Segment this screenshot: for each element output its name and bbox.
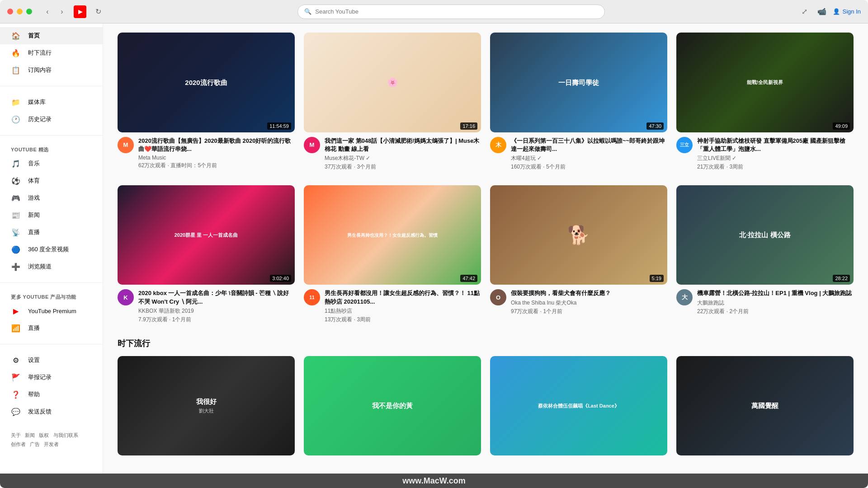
sidebar-item-360[interactable]: 🔵 360 度全景视频 [0, 241, 103, 258]
sidebar-item-subscriptions[interactable]: 📋 订阅内容 [0, 61, 103, 79]
video-info-v2: 我們這一家 第048話【小清減肥術/媽媽太鴿張了】| Muse木棉花 動畫 線上… [325, 137, 481, 171]
maximize-button[interactable] [26, 9, 32, 14]
settings-icon: ⚙ [11, 355, 21, 365]
video-card-v3[interactable]: 一日壽司學徒 47:30 木 《一日系列第一百三十八集》以拉蝦以嗎誰~~郎哥終於… [490, 33, 667, 171]
video-card-v5[interactable]: 2020群星 里 一人一首成名曲 3:02:40 K 2020 kbox 一人一… [118, 185, 295, 324]
youtube-favicon: ▶ [74, 5, 86, 18]
close-button[interactable] [7, 9, 13, 14]
video-title-v5: 2020 kbox 一人一首成名曲：少年 \音關詩韻 - 芒種 ∖ 說好不哭 W… [138, 289, 295, 305]
video-card-v2[interactable]: 🌸 17:16 M 我們這一家 第048話【小清減肥術/媽媽太鴿張了】| Mus… [304, 33, 481, 171]
trending-icon: 🔥 [11, 48, 21, 58]
video-title-v1: 2020流行歌曲【無廣告】2020最新歌曲 2020好听的流行歌曲❤️華語流行串… [138, 137, 295, 153]
video-grid-row1: 2020流行歌曲 11:54:59 M 2020流行歌曲【無廣告】2020最新歌… [118, 33, 854, 171]
video-card-v8[interactable]: 北·拉拉山 橫公路 28:22 大 機車露營！北橫公路-拉拉山！EP1 | 重機… [676, 185, 854, 324]
sidebar-main-section: 🏠 首页 🔥 时下流行 📋 订阅内容 [0, 23, 103, 82]
channel-v3: 木曜4超玩 ✓ [511, 155, 667, 162]
video-card-v10[interactable]: 我不是你的黃 [304, 356, 481, 460]
thumb-title-v7: 🐕 [567, 223, 590, 247]
sidebar-item-home[interactable]: 🏠 首页 [0, 27, 103, 44]
video-title-v3: 《一日系列第一百三十八集》以拉蝦以嗎誰~~郎哥終於跟坤達一起來做壽司... [511, 137, 667, 153]
video-info-v1: 2020流行歌曲【無廣告】2020最新歌曲 2020好听的流行歌曲❤️華語流行串… [138, 137, 295, 169]
divider-4 [0, 344, 103, 344]
video-meta-v6: 11 男生長再好看都沒用！讓女生超反感的行為、習慣？！ 11點熱吵店 20201… [304, 289, 481, 323]
sidebar-item-live2[interactable]: 📶 直播 [0, 319, 103, 337]
avatar-v8: 大 [676, 289, 693, 305]
avatar-v7: O [490, 289, 506, 305]
video-info-v7: 假裝要摸狗狗，看柴犬會有什麼反應？ Oka the Shiba Inu 柴犬Ok… [511, 289, 667, 315]
sidebar-item-settings[interactable]: ⚙ 设置 [0, 352, 103, 369]
subscriptions-icon: 📋 [11, 65, 21, 75]
avatar-v4: 三立 [676, 137, 693, 153]
video-card-v7[interactable]: 🐕 5:19 O 假裝要摸狗狗，看柴犬會有什麼反應？ Oka the Shiba… [490, 185, 667, 324]
divider-1 [0, 86, 103, 86]
sidebar-item-history[interactable]: 🕐 历史记录 [0, 111, 103, 128]
thumbnail-v4: 能戰!全民新視界 49:09 [676, 33, 854, 132]
traffic-lights [7, 9, 32, 14]
video-card-v4[interactable]: 能戰!全民新視界 49:09 三立 神射手協助新式槍枝研發 直擊軍備局205廠 … [676, 33, 854, 171]
video-card-v6[interactable]: 男生長再帅也沒用？！女生超反感行為。習慣 47:42 11 男生長再好看都沒用！… [304, 185, 481, 324]
footer-links: 关于 新闻 版权 与我们联系 创作者 广告 开发者 [0, 424, 103, 456]
avatar-v1: M [118, 137, 134, 153]
sidebar-more-section: 更多 YOUTUBE 产品与功能 ▶ YouTube Premium 📶 直播 [0, 286, 103, 340]
sidebar-item-trending[interactable]: 🔥 时下流行 [0, 44, 103, 61]
duration-v4: 49:09 [833, 122, 850, 130]
divider-2 [0, 135, 103, 136]
video-info-v8: 機車露營！北橫公路-拉拉山！EP1 | 重機 Vlog | 大鵬旅跑誌 大鵬旅跑… [697, 289, 854, 315]
sidebar-item-feedback[interactable]: 💬 发送反馈 [0, 403, 103, 420]
home-icon: 🏠 [11, 31, 21, 41]
channel-v7: Oka the Shiba Inu 柴犬Oka [511, 299, 667, 307]
sidebar-item-live[interactable]: 📡 直播 [0, 224, 103, 241]
thumb-title-v5: 2020群星 里 一人一首成名曲 [175, 232, 238, 238]
channel-v2: Muse木棉花-TW ✓ [325, 155, 481, 162]
browse-icon: ➕ [11, 262, 21, 272]
back-button[interactable]: ‹ [41, 5, 54, 18]
fullscreen-icon[interactable]: ⤢ [798, 5, 811, 18]
video-card-v11[interactable]: 蔡依林合體伍佰飆唱《Last Dance》 [490, 356, 667, 460]
address-bar-wrap: 🔍 [110, 5, 793, 19]
sidebar-item-gaming[interactable]: 🎮 游戏 [0, 189, 103, 206]
thumb-title-v3: 一日壽司學徒 [558, 78, 599, 87]
video-meta-v8: 大 機車露營！北橫公路-拉拉山！EP1 | 重機 Vlog | 大鵬旅跑誌 大鵬… [676, 289, 854, 315]
news-icon: 📰 [11, 210, 21, 220]
sidebar-item-sports[interactable]: ⚽ 体育 [0, 172, 103, 189]
video-card-v12[interactable]: 萬國覺醒 [676, 356, 854, 460]
video-card-v1[interactable]: 2020流行歌曲 11:54:59 M 2020流行歌曲【無廣告】2020最新歌… [118, 33, 295, 171]
browser-window: ‹ › ▶ ↻ 🔍 ⤢ 📹 👤 Sign In 🏠 首页 [0, 0, 868, 488]
sidebar-item-report[interactable]: 🚩 举报记录 [0, 369, 103, 386]
sidebar-item-help[interactable]: ❓ 帮助 [0, 386, 103, 403]
feedback-icon: 💬 [11, 407, 21, 417]
thumb-title-v1: 2020流行歌曲 [185, 78, 227, 87]
video-card-v9[interactable]: 我很好 劉大壯 [118, 356, 295, 460]
reload-button[interactable]: ↻ [92, 5, 104, 18]
thumb-title-v4: 能戰!全民新視界 [747, 79, 783, 85]
sign-in-button[interactable]: 👤 Sign In [833, 8, 861, 15]
video-meta-v7: O 假裝要摸狗狗，看柴犬會有什麼反應？ Oka the Shiba Inu 柴犬… [490, 289, 667, 315]
video-icon[interactable]: 📹 [816, 5, 828, 18]
duration-v1: 11:54:59 [267, 122, 291, 130]
channel-v8: 大鵬旅跑誌 [697, 299, 854, 307]
video-title-v8: 機車露營！北橫公路-拉拉山！EP1 | 重機 Vlog | 大鵬旅跑誌 [697, 289, 854, 297]
minimize-button[interactable] [17, 9, 23, 14]
search-icon: 🔍 [304, 8, 311, 15]
duration-v8: 28:22 [833, 275, 850, 282]
forward-button[interactable]: › [56, 5, 68, 18]
help-icon: ❓ [11, 389, 21, 399]
duration-v6: 47:42 [460, 275, 477, 282]
views-v1: 62万次观看 · 直播时间：5个月前 [138, 162, 295, 169]
search-input[interactable] [315, 8, 598, 15]
thumbnail-v8: 北·拉拉山 橫公路 28:22 [676, 185, 854, 285]
thumbnail-v9: 我很好 劉大壯 [118, 356, 295, 456]
video-grid-row2: 2020群星 里 一人一首成名曲 3:02:40 K 2020 kbox 一人一… [118, 185, 854, 324]
views-v3: 160万次观看 · 5个月前 [511, 163, 667, 171]
section-trending-title: 时下流行 [118, 338, 854, 349]
library-icon: 📁 [11, 97, 21, 107]
sidebar-item-library[interactable]: 📁 媒体库 [0, 94, 103, 111]
divider-3 [0, 282, 103, 283]
user-icon: 👤 [833, 8, 840, 15]
search-bar[interactable]: 🔍 [297, 5, 605, 19]
sidebar-item-music[interactable]: 🎵 音乐 [0, 155, 103, 172]
sidebar-item-news[interactable]: 📰 新闻 [0, 206, 103, 224]
titlebar: ‹ › ▶ ↻ 🔍 ⤢ 📹 👤 Sign In [0, 0, 868, 23]
sidebar-item-browse[interactable]: ➕ 浏览频道 [0, 258, 103, 275]
sidebar-item-premium[interactable]: ▶ YouTube Premium [0, 302, 103, 319]
